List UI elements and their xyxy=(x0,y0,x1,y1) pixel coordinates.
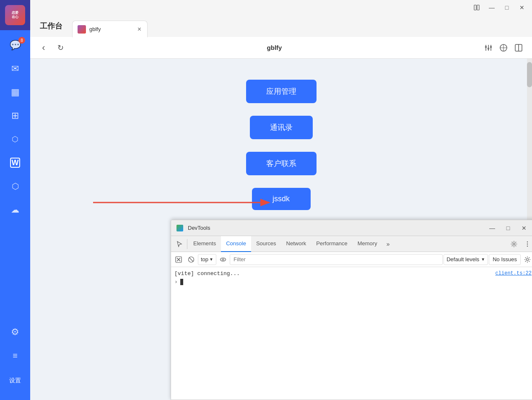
sidebar-item-cloud[interactable]: ☁ xyxy=(3,199,27,221)
devtools-cursor-icon[interactable] xyxy=(173,236,186,252)
sidebar-item-email[interactable]: ✉ xyxy=(3,58,27,80)
sidebar-item-calendar[interactable]: ▦ xyxy=(3,81,27,103)
tab-elements[interactable]: Elements xyxy=(188,236,221,252)
sidebar-item-equalizer[interactable]: ⚙ xyxy=(3,321,27,343)
console-line: [vite] connecting... client.ts:22 xyxy=(171,269,532,278)
address-bar: gblfy xyxy=(70,44,478,51)
browser-title-bar: — □ ✕ xyxy=(30,0,532,15)
dropdown-arrow: ▼ xyxy=(209,257,213,262)
tab-elements-label: Elements xyxy=(193,240,216,247)
console-prompt[interactable]: › xyxy=(171,278,532,286)
tab-memory[interactable]: Memory xyxy=(353,236,382,252)
sidebar-item-org[interactable]: ⬡ xyxy=(3,128,27,150)
settings-button[interactable] xyxy=(482,41,495,55)
jssdk-button[interactable]: jssdk xyxy=(252,188,311,210)
customer-contact-label: 客户联系 xyxy=(266,159,296,168)
messages-badge: 8 xyxy=(18,37,25,44)
context-value: top xyxy=(201,256,208,262)
svg-point-18 xyxy=(527,241,528,242)
jssdk-label: jssdk xyxy=(272,195,290,203)
customer-contact-button[interactable]: 客户联系 xyxy=(246,152,317,175)
svg-point-28 xyxy=(527,258,529,260)
issues-label: No Issues xyxy=(493,256,517,262)
nav-actions xyxy=(482,41,525,55)
page-content: 应用管理 通讯录 客户联系 jssdk xyxy=(30,59,532,400)
devtools-icon xyxy=(176,224,184,232)
filter-input[interactable] xyxy=(230,254,443,265)
refresh-icon: ↻ xyxy=(57,43,64,52)
maximize-button[interactable]: □ xyxy=(500,1,514,14)
tab-close-button[interactable]: × xyxy=(137,25,142,34)
back-button[interactable]: ‹ xyxy=(37,41,50,55)
svg-point-20 xyxy=(527,245,528,246)
minimize-button[interactable]: — xyxy=(485,1,498,14)
sidebar-item-apps[interactable]: ⊞ xyxy=(3,105,27,127)
devtools-toolbar: top ▼ Default levels ▼ No Issues xyxy=(171,252,532,267)
app-logo: 恋爱在心 xyxy=(0,0,30,30)
tab-network-label: Network xyxy=(286,240,306,247)
tab-title: gblfy xyxy=(89,26,133,32)
console-source[interactable]: client.ts:22 xyxy=(496,270,532,276)
devtools-close-button[interactable]: ✕ xyxy=(518,222,530,234)
context-selector[interactable]: top ▼ xyxy=(198,254,216,265)
devtools-panel: DevTools — □ ✕ Elements xyxy=(171,220,532,400)
main-area: — □ ✕ 工作台 gblfy × ‹ ↻ gblfy xyxy=(30,0,532,400)
devtools-title: DevTools xyxy=(188,225,482,231)
devtools-titlebar: DevTools — □ ✕ xyxy=(171,220,532,236)
org-icon: ⬡ xyxy=(12,135,18,144)
issues-button[interactable]: No Issues xyxy=(489,254,521,265)
tab-sources[interactable]: Sources xyxy=(251,236,281,252)
tab-memory-label: Memory xyxy=(358,240,377,247)
scrollbar-thumb[interactable] xyxy=(527,62,532,87)
log-levels-button[interactable]: Default levels ▼ xyxy=(444,254,488,265)
menu-icon: ≡ xyxy=(13,351,18,361)
sidebar-item-tools[interactable]: ⬡ xyxy=(3,175,27,197)
console-text: [vite] connecting... xyxy=(174,270,240,277)
svg-point-17 xyxy=(513,243,515,245)
clear-console-button[interactable] xyxy=(173,254,184,265)
sidebar-item-docs[interactable]: W xyxy=(3,152,27,174)
docs-icon: W xyxy=(10,158,20,168)
apps-icon: ⊞ xyxy=(11,110,19,121)
tab-more-button[interactable]: » xyxy=(382,238,394,250)
eye-icon-button[interactable] xyxy=(217,254,229,265)
devtools-settings-button[interactable] xyxy=(508,238,520,250)
devtools-maximize-button[interactable]: □ xyxy=(502,222,514,234)
svg-line-25 xyxy=(189,257,193,262)
svg-point-10 xyxy=(490,46,492,47)
email-icon: ✉ xyxy=(11,63,19,74)
refresh-button[interactable]: ↻ xyxy=(54,41,67,55)
svg-rect-0 xyxy=(474,5,476,10)
close-button[interactable]: ✕ xyxy=(515,1,529,14)
sidebar-item-messages[interactable]: 💬 8 xyxy=(3,34,27,56)
log-levels-label: Default levels xyxy=(446,256,479,262)
sidebar-item-menu[interactable]: ≡ xyxy=(3,345,27,366)
devtools-tabs: Elements Console Sources Network Perform… xyxy=(171,236,532,252)
sidebar: 恋爱在心 💬 8 ✉ ▦ ⊞ ⬡ W ⬡ ☁ ⚙ xyxy=(0,0,30,400)
sidebar-settings[interactable]: 设置 xyxy=(3,368,27,393)
prompt-arrow: › xyxy=(174,279,178,285)
console-settings-button[interactable] xyxy=(522,254,532,265)
compass-button[interactable] xyxy=(497,41,510,55)
home-tab-label: 工作台 xyxy=(40,21,62,31)
tab-favicon xyxy=(78,25,86,34)
block-icon-button[interactable] xyxy=(185,254,197,265)
svg-point-7 xyxy=(488,48,489,49)
tab-console[interactable]: Console xyxy=(221,236,251,252)
tab-performance[interactable]: Performance xyxy=(311,236,352,252)
split-view-button[interactable] xyxy=(512,41,525,55)
devtools-more-button[interactable] xyxy=(522,238,532,250)
devtools-console: [vite] connecting... client.ts:22 › xyxy=(171,267,532,400)
tab-network[interactable]: Network xyxy=(281,236,311,252)
tab-active[interactable]: gblfy × xyxy=(72,21,148,37)
contacts-button[interactable]: 通讯录 xyxy=(250,116,313,139)
app-management-button[interactable]: 应用管理 xyxy=(246,80,317,103)
tab-performance-label: Performance xyxy=(316,240,347,247)
devtools-minimize-button[interactable]: — xyxy=(486,222,498,234)
tab-home[interactable]: 工作台 xyxy=(30,15,72,37)
settings-label: 设置 xyxy=(9,377,21,384)
logo-image: 恋爱在心 xyxy=(5,5,25,25)
svg-rect-1 xyxy=(477,5,479,10)
app-management-label: 应用管理 xyxy=(266,87,296,96)
tile-window-button[interactable] xyxy=(470,1,483,14)
